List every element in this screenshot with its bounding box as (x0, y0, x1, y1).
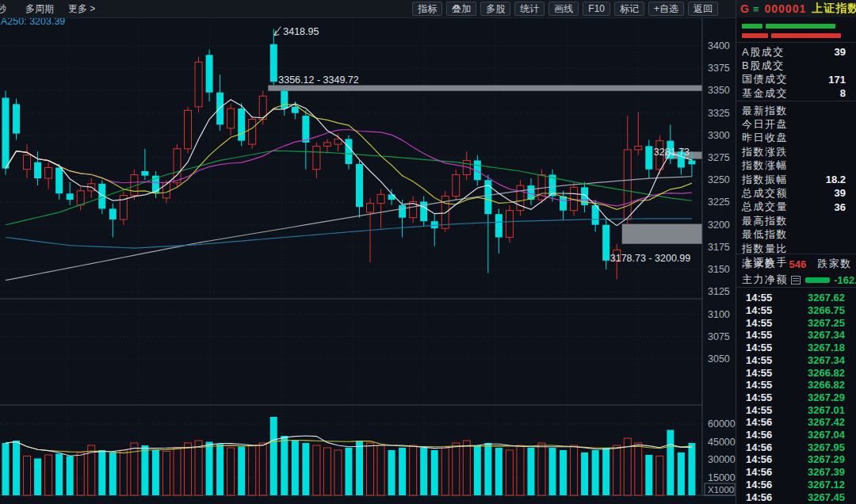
volume-bar (399, 448, 406, 495)
volume-bar (77, 452, 84, 495)
tick-row: 14:553266.82 (736, 366, 856, 379)
tick-time: 14:55 (746, 304, 772, 316)
y-axis-label: 3350 (708, 85, 730, 96)
candle (227, 109, 235, 128)
quote-row: 指数涨跌 (736, 145, 856, 158)
main-force-value: -162.8 (834, 274, 856, 286)
candle (34, 162, 41, 178)
tick-price: 3267.34 (808, 329, 845, 341)
tick-price: 3267.25 (808, 317, 845, 329)
gap-band (268, 86, 702, 91)
tick-price: 3267.04 (808, 429, 845, 441)
volume-bar (356, 441, 363, 495)
tick-time: 14:55 (746, 329, 772, 341)
candle (270, 44, 277, 82)
volume-bar (377, 445, 384, 495)
volume-axis-label: 45000 (708, 437, 736, 448)
tick-row: 14:563267.12 (736, 479, 856, 491)
volume-bar (162, 452, 170, 496)
volume-bar (249, 445, 256, 495)
tick-row: 14:553267.25 (736, 316, 856, 329)
candle (55, 167, 63, 193)
quote-row-label: 最低指数 (742, 227, 788, 242)
quote-row: 最高指数 (736, 214, 856, 227)
candle (195, 62, 202, 106)
g-badge[interactable]: G (740, 2, 749, 15)
quote-row: 最新指数 (736, 104, 856, 117)
tick-price: 3267.12 (808, 479, 845, 491)
toolbar-button-指标[interactable]: 指标 (412, 2, 442, 16)
quote-row-label: 昨日收盘 (742, 131, 788, 145)
kline-chart[interactable]: 3400337533503325330032753250322532003175… (0, 0, 736, 504)
quote-row: 总成交量36 (736, 200, 856, 214)
quote-row: B股成交 (736, 59, 856, 72)
stock-name[interactable]: 上证指数 (812, 2, 856, 16)
decliners-label: 跌家数 (817, 257, 852, 271)
candle (67, 193, 74, 200)
stock-code[interactable]: 000001 (764, 2, 806, 15)
toolbar-left-item[interactable]: 多周期 (25, 2, 54, 16)
volume-bar (259, 443, 266, 495)
volume-bar (238, 447, 245, 496)
toolbar-button-叠加[interactable]: 叠加 (446, 2, 476, 16)
y-axis-label: 3275 (708, 152, 730, 163)
volume-bar (174, 448, 181, 495)
candle (560, 197, 567, 211)
quote-row: 指数振幅18.2 (736, 173, 856, 186)
y-axis-label: 3075 (708, 331, 730, 342)
volume-bar (216, 445, 224, 496)
candle (602, 225, 610, 261)
volume-bar (431, 450, 438, 495)
candle (216, 93, 224, 125)
tick-price: 3267.01 (808, 404, 845, 416)
toolbar-button-统计[interactable]: 统计 (514, 2, 545, 16)
toolbar-left-item[interactable]: 更多 > (68, 2, 95, 16)
volume-bar (185, 443, 192, 495)
toolbar-button-返回[interactable]: 返回 (688, 2, 718, 16)
candle (356, 164, 363, 207)
toolbar-button-F10[interactable]: F10 (583, 2, 610, 16)
menu-icon[interactable]: ≡ (753, 3, 759, 15)
tick-row: 14:553267.34 (736, 329, 856, 342)
toolbar-left-item[interactable]: 秒 (0, 2, 6, 16)
volume-bar (367, 443, 374, 495)
quote-row-value: 8 (840, 87, 846, 99)
quote-row-label: 基金成交 (742, 86, 788, 101)
quote-row: 国债成交171 (736, 73, 856, 86)
tick-time: 14:55 (746, 317, 772, 329)
tick-price: 3267.95 (808, 441, 845, 453)
candle (635, 146, 642, 150)
tick-row: 14:553267.62 (736, 292, 856, 304)
tick-time: 14:55 (746, 354, 772, 366)
quote-row-value: 39 (835, 46, 846, 58)
candle (688, 160, 695, 164)
tick-row: 14:553266.82 (736, 379, 856, 391)
toolbar-button-标记[interactable]: 标记 (614, 2, 644, 16)
volume-bar (602, 448, 610, 495)
y-axis-label: 3300 (708, 130, 730, 141)
volume-bar (441, 448, 449, 495)
tick-time: 14:55 (746, 342, 772, 353)
detail-window-icon[interactable] (791, 276, 801, 284)
y-axis-label: 3250 (708, 174, 730, 185)
toolbar-button-+自选[interactable]: +自选 (648, 2, 684, 16)
advancers-count: 546 (789, 258, 807, 270)
tick-price: 3267.42 (808, 416, 845, 428)
toolbar-button-多股[interactable]: 多股 (480, 2, 510, 16)
quote-row-label: 今日开盘 (742, 117, 788, 132)
main-force-label: 主力净额 (742, 273, 788, 287)
gap-annotation: 3281.73 (654, 147, 690, 158)
y-axis-label: 3150 (708, 264, 730, 275)
toolbar-button-画线[interactable]: 画线 (548, 2, 579, 16)
volume-bar (517, 445, 524, 495)
volume-bar (323, 448, 331, 495)
volume-bar (420, 448, 427, 495)
volume-bar (334, 450, 342, 495)
volume-bar (527, 448, 534, 495)
sell-force-bar (742, 33, 768, 38)
tick-price: 3266.82 (808, 379, 845, 391)
tick-row: 14:563267.45 (736, 491, 856, 503)
tick-price: 3267.34 (808, 354, 845, 366)
volume-bar (281, 436, 288, 495)
volume-bar (13, 441, 20, 495)
